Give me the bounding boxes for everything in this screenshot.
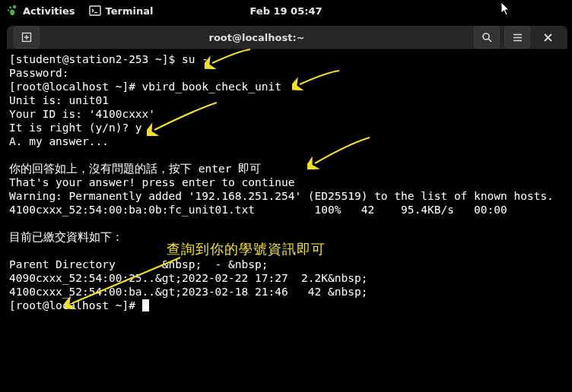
terminal-line: Parent Directory &nbsp; - &nbsp; xyxy=(9,258,565,271)
terminal-line: 4100cxxx_52:54:00:ba:0b:fc_unit01.txt 10… xyxy=(9,203,565,217)
terminal-icon xyxy=(89,5,101,17)
gnome-top-bar: Activities Terminal Feb 19 05:47 xyxy=(0,0,572,21)
terminal-line: [student@station2-253 ~]$ su - xyxy=(9,52,565,66)
close-icon xyxy=(543,33,553,43)
terminal-cursor xyxy=(142,299,149,311)
terminal-line: [root@localhost ~]# xyxy=(9,299,565,312)
gnome-logo-icon xyxy=(6,5,18,17)
terminal-line xyxy=(9,148,565,162)
activities-button[interactable]: Activities xyxy=(6,5,75,17)
terminal-app-indicator[interactable]: Terminal xyxy=(89,5,154,17)
terminal-line: Password: xyxy=(9,66,565,80)
svg-point-1 xyxy=(9,7,11,9)
svg-point-8 xyxy=(483,33,489,40)
terminal-line: Warning: Permanently added '192.168.251.… xyxy=(9,189,565,203)
window-titlebar: root@localhost:~ xyxy=(7,26,567,49)
terminal-line: It is right (y/n)? y xyxy=(9,121,565,134)
menu-button[interactable] xyxy=(504,26,530,49)
terminal-line: A. my answer... xyxy=(9,134,565,148)
new-tab-button[interactable] xyxy=(14,26,40,49)
terminal-line: 你的回答如上，沒有問題的話，按下 enter 即可 xyxy=(9,162,565,175)
activities-label: Activities xyxy=(23,5,75,17)
search-icon xyxy=(481,32,493,43)
window-title: root@localhost:~ xyxy=(42,32,472,43)
annotation-text: 查詢到你的學號資訊即可 xyxy=(167,242,326,256)
terminal-line: Unit is: unit01 xyxy=(9,93,565,107)
terminal-content[interactable]: [student@station2-253 ~]$ su -Password:[… xyxy=(7,49,567,389)
svg-point-0 xyxy=(13,5,16,8)
svg-point-2 xyxy=(8,9,9,11)
svg-rect-3 xyxy=(90,6,100,15)
svg-line-9 xyxy=(488,39,491,42)
terminal-window: root@localhost:~ [student@station2-253 ~… xyxy=(7,26,567,389)
terminal-app-label: Terminal xyxy=(106,5,154,17)
terminal-line: [root@localhost ~]# vbird_book_check_uni… xyxy=(9,80,565,93)
hamburger-icon xyxy=(512,32,523,43)
search-button[interactable] xyxy=(474,26,500,49)
mouse-cursor-icon xyxy=(500,2,511,20)
terminal-line: 4090cxxx_52:54:00:25..&gt;2022-02-22 17:… xyxy=(9,271,565,285)
close-button[interactable] xyxy=(535,26,561,49)
terminal-line xyxy=(9,217,565,230)
terminal-line: 4100cxxx_52:54:00:ba..&gt;2023-02-18 21:… xyxy=(9,285,565,299)
clock[interactable]: Feb 19 05:47 xyxy=(250,5,323,17)
terminal-line: Your ID is: '4100cxxx' xyxy=(9,107,565,121)
terminal-line: That's your answer! press enter to conti… xyxy=(9,175,565,189)
